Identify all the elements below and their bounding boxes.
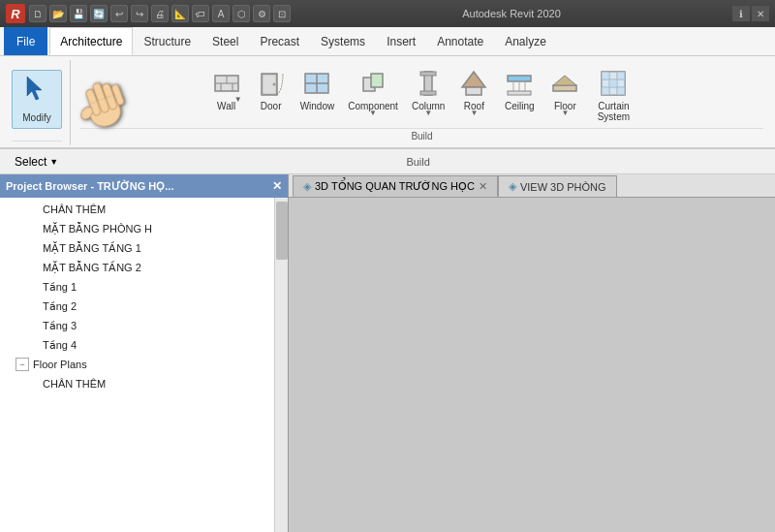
window-controls: ℹ ✕: [732, 6, 769, 21]
window-icon: [301, 68, 332, 99]
svg-marker-25: [553, 76, 576, 85]
panel-scrollbar[interactable]: [274, 198, 288, 532]
ceiling-button[interactable]: Ceiling: [498, 64, 541, 116]
cursor-icon: [22, 75, 51, 110]
ribbon-group-select: Modify: [4, 60, 71, 145]
menu-structure[interactable]: Structure: [133, 27, 202, 55]
curtain-system-icon: [598, 68, 629, 99]
column-icon: [413, 68, 444, 99]
menu-architecture[interactable]: Architecture: [49, 27, 133, 55]
project-browser-panel: Project Browser - TRƯỜNG HỌ... ✕ CHÂN TH…: [0, 174, 289, 532]
menu-file[interactable]: File: [4, 27, 47, 55]
sync-icon[interactable]: 🔄: [90, 5, 108, 22]
build-footer: Build: [80, 128, 763, 143]
tree-item-mat-bang-phong[interactable]: MẶT BẰNG PHÒNG H: [0, 219, 288, 238]
svg-rect-19: [508, 76, 531, 81]
main-area: Project Browser - TRƯỜNG HỌ... ✕ CHÂN TH…: [0, 174, 775, 532]
svg-rect-38: [609, 87, 617, 95]
menu-steel[interactable]: Steel: [202, 27, 249, 55]
window-button[interactable]: Window: [295, 64, 340, 116]
panel-header: Project Browser - TRƯỜNG HỌ... ✕: [0, 174, 288, 198]
workspace: ◈ 3D TỔNG QUAN TRƯỜNG HỌC ✕ ◈ VIEW 3D PH…: [289, 174, 775, 532]
print-icon[interactable]: 🖨: [151, 5, 169, 22]
new-icon[interactable]: 🗋: [29, 5, 46, 22]
tab-close-button[interactable]: ✕: [479, 180, 487, 193]
modify-label: Modify: [22, 112, 50, 124]
tree-item-tang3[interactable]: Tầng 3: [0, 316, 288, 335]
curtain-system-button[interactable]: Curtain System: [589, 64, 637, 126]
tree-item-label: MẶT BẰNG TẦNG 2: [43, 262, 141, 274]
menu-annotate[interactable]: Annotate: [426, 27, 494, 55]
tag-icon[interactable]: 🏷: [192, 5, 209, 22]
tree-item-chan-them-2[interactable]: CHÂN THÊM: [0, 374, 288, 393]
tab-label-2: VIEW 3D PHÒNG: [520, 181, 606, 193]
info-icon[interactable]: ℹ: [732, 6, 750, 21]
svg-marker-17: [462, 72, 485, 87]
viewport: [289, 198, 775, 532]
undo-icon[interactable]: ↩: [110, 5, 128, 22]
svg-rect-13: [371, 74, 383, 87]
tree-item-mat-bang-tang2[interactable]: MẶT BẰNG TẦNG 2: [0, 258, 288, 277]
menu-bar: File Architecture Structure Steel Precas…: [0, 27, 775, 56]
panel-title: Project Browser - TRƯỜNG HỌ...: [6, 180, 173, 193]
floor-icon: [549, 68, 580, 99]
floor-button[interactable]: Floor ▼: [544, 64, 585, 121]
panel-tree: CHÂN THÊM MẶT BẰNG PHÒNG H MẶT BẰNG TẦNG…: [0, 198, 288, 532]
menu-precast[interactable]: Precast: [249, 27, 310, 55]
open-icon[interactable]: 📂: [49, 5, 67, 22]
save-icon[interactable]: 💾: [70, 5, 87, 22]
tab-3d-tong-quan[interactable]: ◈ 3D TỔNG QUAN TRƯỜNG HỌC ✕: [293, 175, 498, 197]
tree-item-label: CHÂN THÊM: [43, 378, 106, 390]
tree-item-label: Tầng 3: [43, 320, 77, 332]
wall-label: Wall: [217, 101, 235, 112]
measure-icon[interactable]: 📐: [171, 5, 189, 22]
modify-button[interactable]: Modify: [12, 70, 62, 129]
close-x-icon[interactable]: ✕: [752, 6, 769, 21]
door-button[interactable]: Door: [251, 64, 292, 116]
tree-item-label: MẶT BẰNG TẦNG 1: [43, 242, 141, 255]
roof-button[interactable]: Roof ▼: [453, 64, 494, 121]
svg-rect-31: [602, 72, 609, 79]
svg-rect-34: [602, 79, 609, 87]
tree-item-label: Tầng 4: [43, 339, 77, 352]
text-icon[interactable]: A: [212, 5, 230, 22]
menu-insert[interactable]: Insert: [376, 27, 426, 55]
tree-item-chan-them[interactable]: CHÂN THÊM: [0, 200, 288, 219]
app-title: Autodesk Revit 2020: [294, 8, 728, 19]
svg-rect-37: [602, 87, 609, 95]
select-footer: [12, 141, 62, 145]
redo-icon[interactable]: ↪: [131, 5, 148, 22]
tree-item-mat-bang-tang1[interactable]: MẶT BẰNG TẦNG 1: [0, 238, 288, 258]
svg-point-8: [272, 83, 275, 86]
panel-close-button[interactable]: ✕: [272, 179, 282, 193]
select-dropdown[interactable]: Select ▼: [8, 152, 65, 172]
select-bar: Select ▼ Build: [0, 149, 775, 174]
tree-item-tang2[interactable]: Tầng 2: [0, 297, 288, 316]
scrollbar-thumb[interactable]: [276, 202, 288, 260]
tree-item-tang1[interactable]: Tầng 1: [0, 277, 288, 297]
tab-3d-icon-2: ◈: [509, 180, 516, 193]
curtain-system-label: Curtain System: [598, 101, 630, 122]
title-bar-icons: 🗋 📂 💾 🔄 ↩ ↪ 🖨 📐 🏷 A ⬡ ⚙ ⊡: [29, 5, 291, 22]
app-logo: R: [6, 4, 25, 23]
3d-icon[interactable]: ⬡: [232, 5, 250, 22]
tree-item-tang4[interactable]: Tầng 4: [0, 335, 288, 355]
select-label: Select: [15, 155, 46, 169]
menu-analyze[interactable]: Analyze: [494, 27, 557, 55]
door-label: Door: [261, 101, 282, 112]
ribbon: Modify: [0, 56, 775, 149]
wall-button[interactable]: Wall ▼: [206, 64, 247, 116]
tree-item-label: CHÂN THÊM: [43, 203, 106, 215]
expand-icon[interactable]: −: [16, 358, 29, 371]
menu-systems[interactable]: Systems: [310, 27, 376, 55]
ribbon-group-build: Wall ▼ Door: [73, 60, 771, 145]
split-icon[interactable]: ⊡: [273, 5, 291, 22]
settings-icon[interactable]: ⚙: [253, 5, 270, 22]
tree-item-floor-plans[interactable]: − Floor Plans: [0, 355, 288, 374]
ceiling-icon: [504, 68, 535, 99]
component-button[interactable]: Component ▼: [343, 64, 403, 121]
svg-rect-16: [420, 91, 436, 95]
column-button[interactable]: Column ▼: [407, 64, 450, 121]
tab-view-3d-phong[interactable]: ◈ VIEW 3D PHÒNG: [498, 175, 617, 197]
svg-rect-32: [609, 72, 617, 79]
